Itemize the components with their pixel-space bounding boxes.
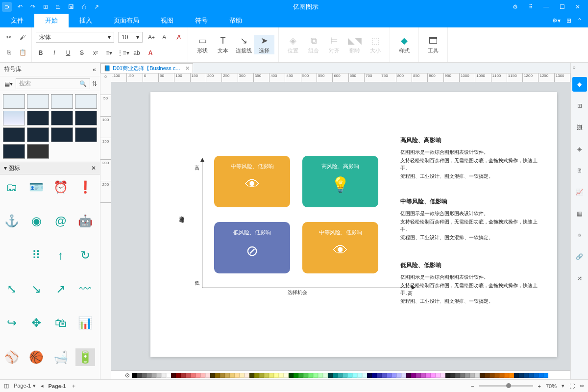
trend-down-icon[interactable]: ↘ <box>26 280 46 298</box>
color-swatch[interactable] <box>176 373 181 378</box>
collapse-right-icon[interactable]: » <box>571 65 577 70</box>
add-page-icon[interactable]: ＋ <box>71 382 76 390</box>
strike-icon[interactable]: S <box>77 48 87 58</box>
color-swatch[interactable] <box>431 373 436 378</box>
bg-thumb[interactable] <box>27 144 49 159</box>
color-swatch[interactable] <box>230 373 235 378</box>
bg-thumb[interactable] <box>75 94 97 109</box>
collapse-ribbon-icon[interactable]: ⌃ <box>577 17 582 24</box>
bullets-icon[interactable]: ≡▾ <box>104 48 114 58</box>
alarm-icon[interactable]: ⏰ <box>51 178 71 196</box>
bold-icon[interactable]: B <box>36 48 46 58</box>
copy-icon[interactable]: ⎘ <box>4 48 14 57</box>
color-swatch[interactable] <box>269 373 274 378</box>
color-swatch[interactable] <box>259 373 264 378</box>
menu-file[interactable]: 文件 <box>0 14 34 27</box>
color-swatch[interactable] <box>318 373 323 378</box>
bathtub-icon[interactable]: 🛁 <box>51 348 71 366</box>
color-swatch[interactable] <box>421 373 426 378</box>
minimize-icon[interactable]: — <box>542 2 551 11</box>
color-swatch[interactable] <box>441 373 445 378</box>
layout-tab-icon[interactable]: ⊞ <box>572 98 587 113</box>
color-swatch[interactable] <box>519 373 524 378</box>
select-tool[interactable]: ➤选择 <box>254 35 274 54</box>
close-section-icon[interactable]: ✕ <box>91 165 96 172</box>
color-swatch[interactable] <box>249 373 254 378</box>
bg-thumb[interactable] <box>27 94 49 109</box>
color-swatch[interactable] <box>411 373 416 378</box>
bg-thumb[interactable] <box>3 111 25 125</box>
export-tab-icon[interactable]: ⎆ <box>572 228 587 243</box>
increase-font-icon[interactable]: A+ <box>147 32 156 42</box>
color-swatch[interactable] <box>264 373 269 378</box>
bg-thumb[interactable] <box>51 111 73 125</box>
text-tool[interactable]: T文本 <box>213 35 233 54</box>
highlight-icon[interactable]: ab <box>132 48 142 58</box>
at-icon[interactable]: @ <box>51 212 71 230</box>
color-swatch[interactable] <box>142 373 147 378</box>
color-swatch[interactable] <box>352 373 357 378</box>
pages-toggle-icon[interactable]: ◫ <box>4 383 9 389</box>
new-icon[interactable]: ⊞ <box>41 2 50 11</box>
maximize-icon[interactable]: ☐ <box>558 2 566 11</box>
paste-icon[interactable]: 📋 <box>18 48 27 57</box>
color-swatch[interactable] <box>465 373 470 378</box>
color-swatch[interactable] <box>529 373 534 378</box>
color-swatch[interactable] <box>357 373 362 378</box>
connector-tool[interactable]: ↘连接线 <box>233 35 254 54</box>
zoom-out-icon[interactable]: − <box>471 383 474 389</box>
collapse-inward-icon[interactable]: ✥ <box>26 314 46 332</box>
menu-home[interactable]: 开始 <box>34 14 69 27</box>
shuffle-tab-icon[interactable]: ⤮ <box>572 271 587 286</box>
fit-page-icon[interactable]: ⛶ <box>569 383 575 389</box>
shopping-bag-icon[interactable]: 🛍 <box>51 314 71 332</box>
color-swatch[interactable] <box>470 373 475 378</box>
baseball-icon[interactable]: ⚾ <box>2 348 22 366</box>
color-swatch[interactable] <box>445 373 450 378</box>
quadrant-bottom-right[interactable]: 中等风险、低影响👁 <box>302 222 378 273</box>
color-swatch[interactable] <box>240 373 245 378</box>
apple-icon[interactable] <box>2 246 22 264</box>
color-swatch[interactable] <box>362 373 367 378</box>
color-swatch[interactable] <box>289 373 294 378</box>
cloud-settings-icon[interactable]: ⚙▾ <box>552 17 561 24</box>
page-tab-icon[interactable]: 🗎 <box>572 163 587 178</box>
save-icon[interactable]: 🖫 <box>67 2 75 11</box>
battery-icon[interactable]: 🔋 <box>75 348 95 366</box>
bg-thumb[interactable] <box>3 144 25 159</box>
color-swatch[interactable] <box>323 373 328 378</box>
arrow-up-icon[interactable]: ↑ <box>51 246 71 264</box>
document-tab[interactable]: 📘 D01商业选择【Business c... ✕ <box>100 63 193 73</box>
bg-thumb[interactable] <box>75 111 97 125</box>
open-icon[interactable]: 🗀 <box>54 2 63 11</box>
library-dropdown[interactable]: ▤▾ <box>3 80 14 87</box>
color-swatch[interactable] <box>504 373 509 378</box>
quadrant-top-left[interactable]: 中等风险、低影响👁 <box>214 156 290 207</box>
color-swatch[interactable] <box>196 373 200 378</box>
color-swatch[interactable] <box>387 373 392 378</box>
color-swatch[interactable] <box>181 373 186 378</box>
color-swatch[interactable] <box>166 373 171 378</box>
decrease-font-icon[interactable]: A- <box>160 32 170 42</box>
redo-arrow-icon[interactable]: ↪ <box>2 314 22 332</box>
color-swatch[interactable] <box>343 373 347 378</box>
color-swatch[interactable] <box>308 373 313 378</box>
color-swatch[interactable] <box>338 373 343 378</box>
color-swatch[interactable] <box>274 373 279 378</box>
color-swatch[interactable] <box>171 373 176 378</box>
color-swatch[interactable] <box>494 373 499 378</box>
android-icon[interactable]: 🤖 <box>75 212 95 230</box>
color-swatch[interactable] <box>279 373 284 378</box>
cut-icon[interactable]: ✂ <box>4 32 14 42</box>
menu-insert[interactable]: 插入 <box>69 14 103 27</box>
trend-line-icon[interactable]: 〰 <box>75 280 95 298</box>
menu-view[interactable]: 视图 <box>150 14 184 27</box>
id-card-icon[interactable]: 🪪 <box>26 178 46 196</box>
bg-thumb[interactable] <box>51 127 73 142</box>
color-swatch[interactable] <box>245 373 249 378</box>
grid-icon[interactable]: ⊞ <box>566 17 571 24</box>
chart-tab-icon[interactable]: 📈 <box>572 185 587 199</box>
settings-icon[interactable]: ⚙ <box>511 2 519 11</box>
color-swatch[interactable] <box>426 373 431 378</box>
color-swatch[interactable] <box>490 373 494 378</box>
